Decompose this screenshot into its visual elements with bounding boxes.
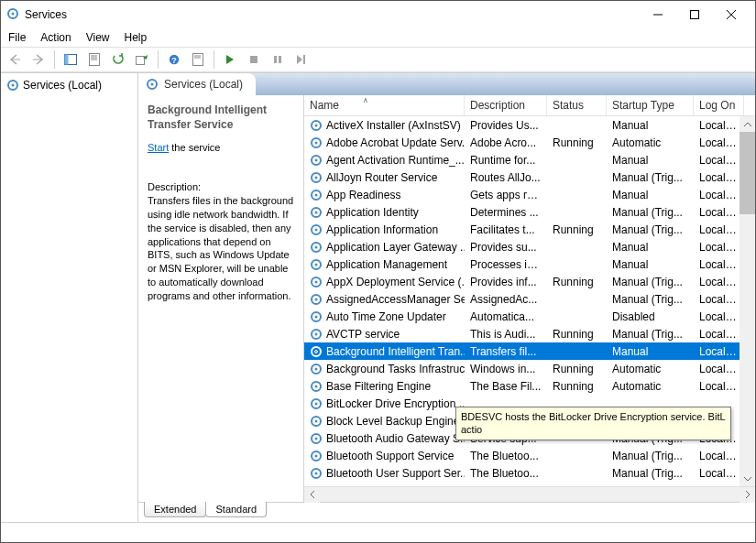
cell-logon: Local Se bbox=[694, 206, 744, 219]
svg-point-33 bbox=[315, 141, 318, 144]
maximize-button[interactable] bbox=[676, 2, 713, 27]
gear-icon bbox=[310, 136, 323, 149]
svg-point-59 bbox=[315, 367, 318, 370]
table-row[interactable]: App ReadinessGets apps re...ManualLocal … bbox=[304, 186, 755, 203]
svg-point-47 bbox=[315, 263, 318, 266]
forward-button[interactable] bbox=[28, 49, 49, 70]
svg-point-35 bbox=[315, 158, 318, 161]
table-row[interactable]: Bluetooth Support ServiceThe Bluetoo...M… bbox=[304, 447, 755, 464]
table-row[interactable]: Application IdentityDetermines ...Manual… bbox=[304, 203, 755, 221]
table-row[interactable]: Agent Activation Runtime_...Runtime for.… bbox=[304, 151, 755, 168]
cell-status: Running bbox=[547, 380, 607, 393]
app-icon bbox=[6, 7, 19, 23]
col-log-on[interactable]: Log On bbox=[694, 95, 744, 115]
restart-service-button[interactable] bbox=[291, 49, 312, 70]
cell-startup: Manual (Trig... bbox=[607, 293, 694, 306]
tab-extended[interactable]: Extended bbox=[144, 502, 206, 517]
col-description[interactable]: Description bbox=[465, 95, 547, 115]
col-name[interactable]: Name ∧ bbox=[304, 95, 465, 115]
back-button[interactable] bbox=[5, 49, 25, 70]
table-row[interactable]: Background Intelligent Tran...Transfers … bbox=[304, 342, 755, 360]
start-service-link[interactable]: Start bbox=[148, 142, 169, 153]
svg-rect-22 bbox=[274, 56, 277, 63]
close-button[interactable] bbox=[713, 2, 750, 27]
vertical-scrollbar[interactable] bbox=[740, 116, 755, 486]
start-service-button[interactable] bbox=[220, 49, 240, 70]
cell-startup: Manual (Trig... bbox=[607, 223, 694, 236]
cell-name: AssignedAccessManager Se... bbox=[304, 293, 465, 306]
table-row[interactable]: AVCTP serviceThis is Audi...RunningManua… bbox=[304, 325, 755, 342]
cell-description: Automatica... bbox=[465, 310, 547, 323]
show-hide-tree-button[interactable] bbox=[60, 49, 81, 70]
properties-button[interactable] bbox=[84, 49, 104, 70]
scroll-left-icon[interactable] bbox=[304, 487, 320, 503]
cell-description: Runtime for... bbox=[465, 154, 547, 167]
cell-name: AVCTP service bbox=[304, 328, 465, 341]
table-row[interactable]: Bluetooth User Support Ser...The Bluetoo… bbox=[304, 464, 755, 482]
cell-name: App Readiness bbox=[304, 189, 465, 201]
horizontal-scrollbar[interactable] bbox=[304, 486, 755, 502]
cell-startup: Automatic bbox=[607, 363, 694, 375]
scroll-right-icon[interactable] bbox=[740, 487, 755, 503]
cell-description: Windows in... bbox=[465, 363, 547, 375]
table-row[interactable]: Auto Time Zone UpdaterAutomatica...Disab… bbox=[304, 308, 755, 325]
menu-action[interactable]: Action bbox=[40, 31, 71, 44]
svg-point-49 bbox=[315, 280, 318, 283]
gear-icon bbox=[310, 241, 323, 254]
gear-icon bbox=[310, 363, 323, 375]
cell-startup: Manual (Trig... bbox=[607, 206, 694, 219]
console-tree: Services (Local) bbox=[1, 73, 138, 522]
svg-point-65 bbox=[315, 419, 318, 422]
cell-description: Transfers fil... bbox=[465, 345, 547, 358]
stop-service-button[interactable] bbox=[244, 49, 264, 70]
svg-marker-24 bbox=[297, 55, 302, 64]
svg-marker-20 bbox=[226, 55, 234, 64]
col-status[interactable]: Status bbox=[547, 95, 607, 115]
table-row[interactable]: Application Layer Gateway ...Provides su… bbox=[304, 238, 755, 255]
table-row[interactable]: ActiveX Installer (AxInstSV)Provides Us.… bbox=[304, 116, 755, 134]
table-row[interactable]: Application ManagementProcesses in...Man… bbox=[304, 255, 755, 273]
cell-logon: Local Se bbox=[694, 450, 744, 462]
table-row[interactable]: AllJoyn Router ServiceRoutes AllJo...Man… bbox=[304, 168, 755, 186]
table-row[interactable]: Background Tasks Infrastruc...Windows in… bbox=[304, 360, 755, 377]
gear-icon bbox=[310, 450, 323, 462]
svg-point-69 bbox=[315, 454, 318, 457]
export-list-button[interactable] bbox=[132, 49, 152, 70]
scrollbar-thumb[interactable] bbox=[740, 132, 755, 214]
menu-help[interactable]: Help bbox=[125, 31, 148, 44]
pause-service-button[interactable] bbox=[268, 49, 288, 70]
menu-view[interactable]: View bbox=[86, 31, 110, 44]
table-row[interactable]: Application InformationFacilitates t...R… bbox=[304, 221, 755, 238]
table-row[interactable]: AssignedAccessManager Se...AssignedAc...… bbox=[304, 290, 755, 308]
menu-file[interactable]: File bbox=[8, 31, 26, 44]
scroll-up-icon[interactable] bbox=[740, 116, 755, 132]
col-startup-type[interactable]: Startup Type bbox=[607, 95, 694, 115]
table-row[interactable]: Base Filtering EngineThe Base Fil...Runn… bbox=[304, 377, 755, 395]
tree-item-label: Services (Local) bbox=[23, 79, 102, 92]
cell-startup: Automatic bbox=[607, 136, 694, 149]
cell-name: Agent Activation Runtime_... bbox=[304, 154, 465, 167]
tab-standard[interactable]: Standard bbox=[205, 502, 267, 517]
start-suffix: the service bbox=[169, 142, 220, 153]
cell-startup: Manual bbox=[607, 189, 694, 201]
cell-logon: Local Sy bbox=[694, 293, 744, 306]
cell-startup: Disabled bbox=[607, 310, 694, 323]
scroll-down-icon[interactable] bbox=[740, 471, 755, 486]
svg-point-27 bbox=[12, 84, 15, 87]
help-button[interactable]: ? bbox=[164, 49, 184, 70]
cell-name: AppX Deployment Service (... bbox=[304, 276, 465, 288]
minimize-button[interactable] bbox=[640, 2, 676, 27]
gear-icon bbox=[310, 154, 323, 167]
properties2-button[interactable] bbox=[188, 49, 208, 70]
cell-name: Background Tasks Infrastruc... bbox=[304, 363, 465, 375]
svg-point-51 bbox=[315, 298, 318, 300]
svg-point-31 bbox=[315, 124, 318, 126]
refresh-button[interactable] bbox=[108, 49, 128, 70]
cell-logon: Local Sy bbox=[694, 467, 744, 480]
gear-icon bbox=[310, 119, 323, 132]
cell-description: This is Audi... bbox=[465, 328, 547, 341]
svg-point-55 bbox=[315, 332, 318, 335]
tree-item-services-local[interactable]: Services (Local) bbox=[1, 77, 137, 93]
table-row[interactable]: AppX Deployment Service (...Provides inf… bbox=[304, 273, 755, 290]
table-row[interactable]: Adobe Acrobat Update Serv...Adobe Acro..… bbox=[304, 134, 755, 151]
